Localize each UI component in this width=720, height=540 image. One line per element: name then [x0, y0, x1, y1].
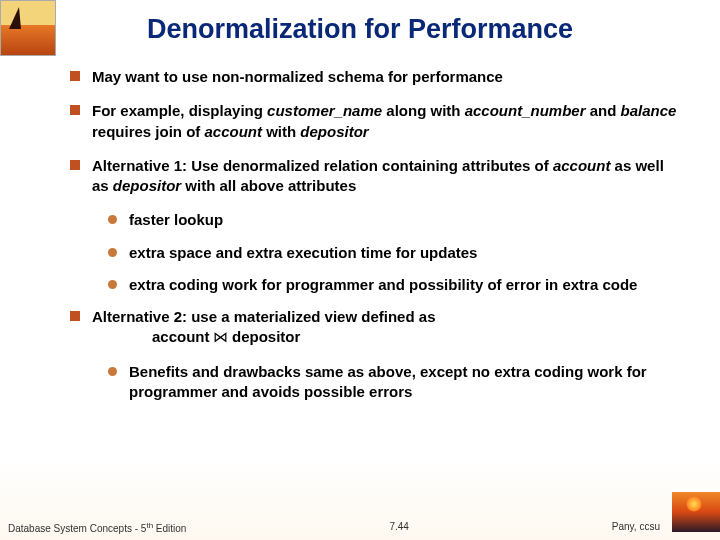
slide-body: May want to use non-normalized schema fo… — [0, 67, 720, 402]
sub-bullet-3: extra coding work for programmer and pos… — [108, 275, 680, 295]
slide-footer: Database System Concepts - 5th Edition 7… — [0, 521, 720, 534]
natural-join-icon: ⋈ — [210, 329, 233, 345]
square-bullet-icon — [70, 311, 80, 321]
sub-bullet-3-text: extra coding work for programmer and pos… — [129, 275, 637, 295]
sub-bullet-4: Benefits and drawbacks same as above, ex… — [108, 362, 680, 403]
circle-bullet-icon — [108, 367, 117, 376]
square-bullet-icon — [70, 71, 80, 81]
square-bullet-icon — [70, 160, 80, 170]
square-bullet-icon — [70, 105, 80, 115]
bullet-4: Alternative 2: use a materialized view d… — [70, 307, 680, 348]
footer-right: Pany, ccsu — [612, 521, 660, 534]
sub-bullet-2-text: extra space and extra execution time for… — [129, 243, 477, 263]
footer-center: 7.44 — [389, 521, 408, 534]
sub-bullet-1-text: faster lookup — [129, 210, 223, 230]
logo-top-left — [0, 0, 56, 56]
bullet-1: May want to use non-normalized schema fo… — [70, 67, 680, 87]
bullet-1-text: May want to use non-normalized schema fo… — [92, 67, 503, 87]
bullet-2-text: For example, displaying customer_name al… — [92, 101, 680, 142]
bullet-4-text: Alternative 2: use a materialized view d… — [92, 307, 435, 348]
bullet-2: For example, displaying customer_name al… — [70, 101, 680, 142]
bullet-3-text: Alternative 1: Use denormalized relation… — [92, 156, 680, 197]
sub-bullet-2: extra space and extra execution time for… — [108, 243, 680, 263]
sub-bullet-1: faster lookup — [108, 210, 680, 230]
sub-bullet-4-text: Benefits and drawbacks same as above, ex… — [129, 362, 680, 403]
footer-left: Database System Concepts - 5th Edition — [8, 521, 186, 534]
circle-bullet-icon — [108, 280, 117, 289]
slide-title: Denormalization for Performance — [0, 0, 720, 67]
circle-bullet-icon — [108, 248, 117, 257]
circle-bullet-icon — [108, 215, 117, 224]
bullet-3: Alternative 1: Use denormalized relation… — [70, 156, 680, 197]
